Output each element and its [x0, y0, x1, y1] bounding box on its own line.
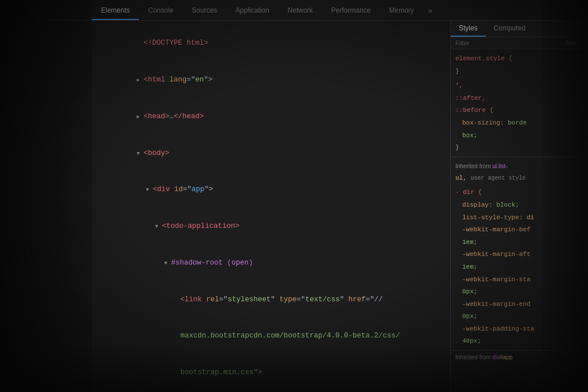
tab-performance[interactable]: Performance — [322, 2, 380, 20]
style-prop-webkit-margin-aft-val: 1em; — [451, 261, 588, 274]
style-rule-after: ::after, — [451, 92, 588, 105]
style-prop-webkit-margin-bef: -webkit-margin-bef — [451, 224, 588, 236]
style-prop-webkit-margin-end-val: 0px; — [451, 311, 588, 323]
style-prop-webkit-padding-sta-val: 40px; — [451, 335, 588, 348]
tab-console[interactable]: Console — [139, 2, 183, 20]
style-rule-element-close: } — [451, 65, 588, 78]
devtools-window: Elements Console Sources Application Net… — [0, 0, 588, 392]
tab-memory[interactable]: Memory — [380, 2, 423, 20]
style-selector: element.style { — [455, 55, 512, 62]
style-rule-universal-close: } — [451, 142, 588, 154]
tab-more[interactable]: » — [423, 2, 437, 20]
filter-input[interactable] — [455, 40, 558, 46]
style-prop-webkit-margin-aft: -webkit-margin-aft — [451, 249, 588, 261]
style-prop-box: box; — [451, 130, 588, 142]
html-line-body: <body> — [98, 135, 450, 172]
style-prop-webkit-padding-sta: -webkit-padding-sta — [451, 323, 588, 336]
style-prop-display: display: block; — [451, 199, 588, 212]
html-line-link3: bootstrap.min.css"> — [98, 355, 450, 391]
html-line-todo-app: <todo-application> — [98, 208, 450, 245]
style-rule-universal: *, — [451, 80, 588, 92]
html-line-doctype: <!DOCTYPE html> — [98, 25, 450, 62]
style-prop-box-sizing: box-sizing: borde — [451, 117, 588, 130]
after-selector: ::after, — [455, 95, 486, 102]
style-rule-before: ::before { — [451, 104, 588, 117]
html-line-head: <head>…</head> — [98, 99, 450, 135]
html-line-link2: maxcdn.bootstrapcdn.com/bootstrap/4.0.0-… — [98, 318, 450, 355]
html-line-div-app: <div id="app"> — [98, 172, 450, 208]
style-rule-element: element.style { — [451, 53, 588, 65]
style-prop-webkit-margin-sta: -webkit-margin-sta — [451, 274, 588, 286]
html-panel: <!DOCTYPE html> <html lang="en"> <head>…… — [0, 21, 450, 392]
styles-tabs: Styles Computed — [451, 21, 588, 37]
styles-panel: Styles Computed :hov . element.style { } — [450, 21, 588, 392]
html-line-html: <html lang="en"> — [98, 62, 450, 99]
style-prop-webkit-margin-sta-val: 0px; — [451, 286, 588, 298]
style-rule-dir: · dir { — [451, 187, 588, 199]
inherited-label-div-app: Inherited from div#app — [451, 350, 588, 363]
styles-content: element.style { } *, ::after, ::before {… — [451, 49, 588, 367]
tab-computed[interactable]: Computed — [486, 21, 533, 37]
tab-styles[interactable]: Styles — [451, 21, 486, 37]
style-prop-list-style: list-style-type: di — [451, 212, 588, 224]
tab-network[interactable]: Network — [278, 2, 322, 20]
filter-bar: :hov . — [451, 37, 588, 49]
before-selector: ::before { — [455, 107, 493, 114]
main-area: <!DOCTYPE html> <html lang="en"> <head>…… — [0, 21, 588, 392]
html-line-link1: <link rel="stylesheet" type="text/css" h… — [98, 281, 450, 318]
inherited-section-ul: Inherited from ul.list- ul, user agent s… — [451, 157, 588, 348]
html-line-shadow-root: #shadow-root (open) — [98, 245, 450, 282]
filter-pseudo: :hov . — [563, 40, 583, 46]
inherited-label-ul: Inherited from ul.list- — [451, 160, 588, 172]
style-prop-webkit-margin-end: -webkit-margin-end — [451, 298, 588, 311]
tab-sources[interactable]: Sources — [183, 2, 226, 20]
tab-bar: Elements Console Sources Application Net… — [0, 0, 588, 21]
tab-elements[interactable]: Elements — [92, 2, 139, 20]
style-prop-webkit-margin-bef-val: 1em; — [451, 236, 588, 249]
universal-selector: *, — [455, 82, 463, 89]
dir-selector: · dir { — [455, 189, 482, 196]
inherited-ul-useragent: ul, user agent style — [451, 172, 588, 185]
tab-application[interactable]: Application — [226, 2, 278, 20]
